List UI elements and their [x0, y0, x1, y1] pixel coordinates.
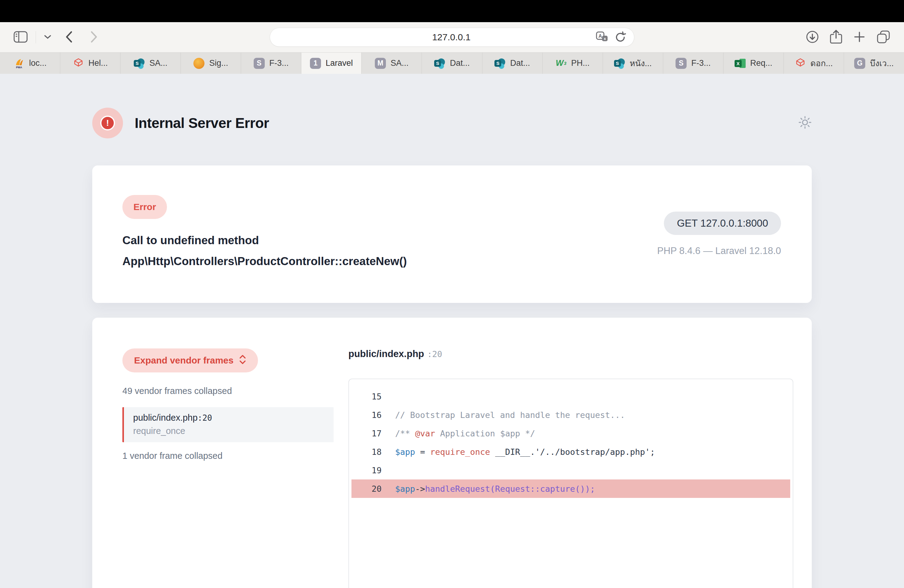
downloads-button[interactable] — [806, 30, 819, 44]
reload-icon — [615, 31, 626, 44]
code-header: public/index.php :20 — [348, 348, 793, 359]
browser-tab-8[interactable]: SDat... — [422, 52, 482, 74]
sun-icon — [798, 115, 812, 130]
svg-text:A: A — [598, 33, 602, 39]
laravel-favicon-icon — [795, 58, 806, 69]
browser-tab-9[interactable]: SDat... — [482, 52, 543, 74]
vendor-frames-collapsed-bottom: 1 vendor frame collapsed — [122, 451, 335, 461]
download-icon — [806, 30, 819, 44]
code-text: // Bootstrap Laravel and handle the requ… — [395, 410, 625, 420]
tab-label: SA... — [390, 58, 409, 68]
error-message: Call to undefined method App\Http\Contro… — [122, 230, 407, 272]
line-number: 18 — [349, 447, 382, 457]
expand-vendor-frames-button[interactable]: Expand vendor frames — [122, 348, 258, 372]
code-line-17: 17/** @var Application $app */ — [349, 424, 793, 443]
theme-toggle-button[interactable] — [798, 115, 812, 130]
tab-label: loc... — [29, 58, 47, 68]
environment-versions: PHP 8.4.6 — Laravel 12.18.0 — [657, 245, 781, 256]
url-text[interactable]: 127.0.0.1 — [270, 32, 596, 43]
tab-overview-icon — [876, 30, 890, 45]
browser-tab-3[interactable]: SSA... — [120, 52, 181, 74]
sidebar-menu-chevron-button[interactable] — [44, 35, 51, 40]
menu-bar — [0, 0, 904, 22]
page-header: ! Internal Server Error — [0, 107, 904, 138]
svg-text:x: x — [604, 36, 606, 41]
browser-tab-13[interactable]: XReq... — [724, 52, 784, 74]
browser-tab-2[interactable]: Hel... — [60, 52, 120, 74]
error-type-badge: Error — [122, 195, 167, 219]
orange-favicon-icon — [193, 58, 204, 69]
frame-method: require_once — [133, 426, 333, 436]
letter-badge-favicon-icon: S — [676, 58, 687, 69]
tab-label: F-3... — [269, 58, 289, 68]
browser-tab-14[interactable]: ดอก... — [784, 52, 844, 74]
share-icon — [830, 30, 842, 45]
tab-label: Sig... — [209, 58, 228, 68]
laravel-favicon-icon — [73, 58, 84, 69]
forward-button[interactable] — [90, 31, 98, 44]
code-line-20-highlighted: 20$app->handleRequest(Request::capture()… — [349, 479, 793, 498]
letter-badge-favicon-icon: G — [854, 58, 865, 69]
expand-chevrons-icon — [239, 354, 246, 367]
line-number: 15 — [349, 392, 382, 401]
vendor-frames-collapsed-top: 49 vendor frames collapsed — [122, 386, 335, 396]
line-number: 16 — [349, 410, 382, 420]
frame-file: public/index.php:20 — [133, 413, 333, 423]
request-badge: GET 127.0.0.1:8000 — [664, 212, 781, 235]
svg-text:PMA: PMA — [16, 66, 22, 69]
tab-label: SA... — [149, 58, 168, 68]
pma-favicon-icon: PMA — [14, 58, 25, 69]
letter-badge-favicon-icon: S — [254, 58, 265, 69]
forward-icon — [90, 31, 98, 44]
sharepoint-favicon-icon: S — [614, 58, 625, 69]
chevron-down-icon — [44, 35, 51, 40]
tab-label: Dat... — [450, 58, 470, 68]
share-button[interactable] — [830, 30, 842, 45]
translate-icon: A x — [596, 32, 608, 43]
tab-label: PH... — [571, 58, 590, 68]
reload-button[interactable] — [615, 31, 626, 44]
page-title: Internal Server Error — [135, 115, 269, 131]
translate-button[interactable]: A x — [596, 32, 608, 43]
browser-tab-11[interactable]: Sหนัง... — [603, 52, 663, 74]
letter-badge-favicon-icon: M — [375, 58, 386, 69]
browser-tab-12[interactable]: SF-3... — [663, 52, 724, 74]
stack-frame-item[interactable]: public/index.php:20 require_once — [122, 407, 333, 442]
tab-label: Hel... — [89, 58, 108, 68]
code-text: /** @var Application $app */ — [395, 429, 535, 438]
w3-favicon-icon: W3 — [556, 58, 567, 69]
tab-overview-button[interactable] — [876, 30, 890, 45]
back-button[interactable] — [65, 31, 73, 44]
error-alert-icon: ! — [92, 107, 123, 138]
browser-tab-4[interactable]: Sig... — [181, 52, 241, 74]
sidebar-toggle-button[interactable] — [14, 31, 28, 44]
expand-button-label: Expand vendor frames — [134, 355, 233, 366]
tab-label: Dat... — [510, 58, 530, 68]
browser-tab-10[interactable]: W3PH... — [543, 52, 603, 74]
browser-tab-6-active[interactable]: 1Laravel — [301, 52, 362, 74]
toolbar-divider — [36, 31, 36, 43]
code-text: $app = require_once __DIR__.'/../bootstr… — [395, 447, 655, 457]
browser-tab-15[interactable]: Gบึงเว... — [844, 52, 904, 74]
code-line-15: 15 — [349, 387, 793, 406]
browser-tab-7[interactable]: MSA... — [362, 52, 422, 74]
browser-tab-1[interactable]: PMAloc... — [0, 52, 60, 74]
code-panel[interactable]: 1516// Bootstrap Laravel and handle the … — [348, 379, 793, 588]
browser-toolbar: 127.0.0.1 A x — [0, 22, 904, 52]
code-file-line: :20 — [427, 349, 442, 359]
code-text: $app->handleRequest(Request::capture()); — [395, 484, 595, 493]
line-number: 19 — [349, 466, 382, 475]
code-file-name: public/index.php — [348, 348, 424, 359]
line-number: 17 — [349, 429, 382, 438]
tab-label: บึงเว... — [870, 57, 893, 70]
stack-trace-card: Expand vendor frames 49 vendor frames co… — [92, 318, 812, 588]
browser-tab-5[interactable]: SF-3... — [241, 52, 301, 74]
new-tab-button[interactable] — [853, 30, 866, 44]
error-message-line2: App\Http\Controllers\ProductController::… — [122, 251, 407, 272]
tab-label: ดอก... — [811, 57, 833, 70]
frame-line-number: :20 — [198, 413, 212, 422]
line-number: 20 — [349, 484, 382, 493]
url-bar[interactable]: 127.0.0.1 A x — [270, 28, 634, 47]
sidebar-toggle-icon — [14, 31, 28, 44]
tab-label: หนัง... — [630, 57, 652, 70]
